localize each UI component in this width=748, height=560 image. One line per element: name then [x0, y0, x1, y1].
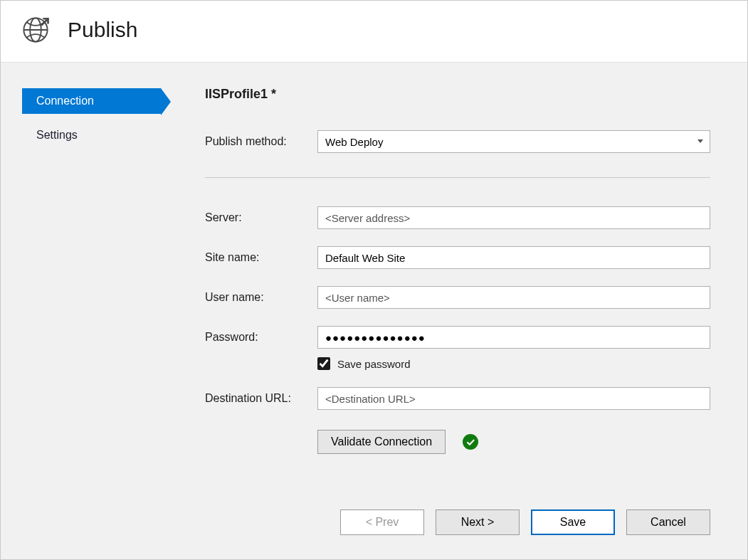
dialog-footer: < Prev Next > Save Cancel — [1, 509, 747, 559]
publish-method-label: Publish method: — [205, 135, 317, 148]
prev-button[interactable]: < Prev — [340, 509, 424, 535]
server-input[interactable] — [317, 206, 710, 229]
dialog-header: Publish — [1, 1, 747, 62]
password-label: Password: — [205, 331, 317, 344]
validate-connection-button[interactable]: Validate Connection — [317, 430, 446, 454]
server-label: Server: — [205, 211, 317, 224]
save-password-checkbox[interactable] — [317, 357, 330, 370]
section-divider — [205, 177, 710, 178]
cancel-button[interactable]: Cancel — [626, 509, 710, 535]
publish-globe-icon — [21, 15, 51, 45]
destination-url-label: Destination URL: — [205, 392, 317, 405]
validation-success-icon — [463, 434, 478, 450]
user-name-input[interactable] — [317, 286, 710, 309]
destination-url-input[interactable] — [317, 387, 710, 410]
save-password-label: Save password — [337, 358, 411, 370]
site-name-input[interactable] — [317, 246, 710, 269]
user-name-label: User name: — [205, 291, 317, 304]
site-name-label: Site name: — [205, 251, 317, 264]
wizard-sidebar: Connection Settings — [1, 63, 182, 509]
save-button[interactable]: Save — [531, 509, 615, 535]
nav-item-settings[interactable]: Settings — [22, 122, 92, 148]
nav-item-label: Settings — [36, 129, 78, 141]
dialog-title: Publish — [68, 18, 137, 42]
nav-item-label: Connection — [36, 95, 94, 107]
profile-title: IISProfile1 * — [205, 87, 710, 102]
password-input[interactable] — [317, 326, 710, 349]
next-button[interactable]: Next > — [436, 509, 520, 535]
publish-method-select[interactable]: Web Deploy — [317, 130, 710, 153]
wizard-main: IISProfile1 * Publish method: Web Deploy… — [182, 63, 747, 509]
nav-item-connection[interactable]: Connection — [22, 88, 161, 114]
